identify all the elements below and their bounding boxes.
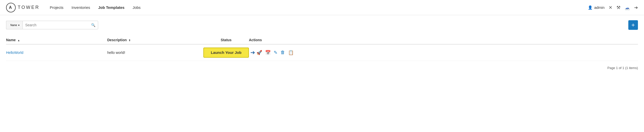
navbar: A TOWER Projects Inventories Job Templat… xyxy=(0,0,644,15)
row-name-link[interactable]: HelloWorld xyxy=(6,51,23,55)
row-description: hello world! xyxy=(107,51,125,55)
sort-desc-icon[interactable]: ⇕ xyxy=(128,39,131,42)
col-header-status: Status xyxy=(203,38,249,42)
monitor-icon[interactable]: 🗻 xyxy=(625,5,630,10)
filter-button[interactable]: Name ▾ xyxy=(6,21,23,29)
user-icon: 👤 xyxy=(588,5,593,10)
callout-arrow: ➔ xyxy=(250,49,255,56)
copy-icon[interactable]: 📋 xyxy=(288,50,294,55)
nav-inventories[interactable]: Inventories xyxy=(72,4,90,11)
row-actions-cell: 🚀 📅 ✎ 🗑 📋 xyxy=(256,50,638,55)
table-row: HelloWorld hello world! Launch Your Job … xyxy=(6,45,638,61)
sort-name-icon[interactable]: ▲ xyxy=(17,39,20,42)
pagination-text: Page 1 of 1 (1 items) xyxy=(607,66,638,70)
settings-wrench-icon[interactable]: ⚒ xyxy=(616,5,620,10)
logout-icon[interactable]: ➔ xyxy=(634,5,638,10)
schedule-icon[interactable]: 📅 xyxy=(265,50,271,55)
col-header-description: Description ⇕ xyxy=(107,38,203,42)
logo-text: TOWER xyxy=(18,5,40,10)
nav-right: 👤 admin ✕︎ ⚒ 🗻 ➔ xyxy=(588,5,638,10)
search-icon[interactable]: 🔍 xyxy=(89,23,98,27)
logo-circle: A xyxy=(6,3,16,12)
row-status-cell: Launch Your Job xyxy=(203,48,249,58)
filter-dropdown-icon: ▾ xyxy=(18,24,19,27)
nav-projects[interactable]: Projects xyxy=(50,4,63,11)
nav-jobs[interactable]: Jobs xyxy=(133,4,141,11)
search-bar: Name ▾ 🔍 + xyxy=(6,20,638,30)
launch-job-icon[interactable]: 🚀 xyxy=(256,50,262,55)
row-name-cell: HelloWorld xyxy=(6,51,107,55)
search-input[interactable] xyxy=(23,21,89,29)
username: admin xyxy=(594,5,605,10)
add-button[interactable]: + xyxy=(628,20,638,30)
nav-job-templates[interactable]: Job Templates xyxy=(98,4,124,11)
edit-icon[interactable]: ✎ xyxy=(274,50,277,55)
col-header-name: Name ▲ xyxy=(6,38,107,42)
pagination: Page 1 of 1 (1 items) xyxy=(6,66,638,70)
launch-callout: Launch Your Job xyxy=(203,48,249,58)
table-header: Name ▲ Description ⇕ Status Actions xyxy=(6,36,638,45)
main-content: Name ▾ 🔍 + Name ▲ Description ⇕ Status A… xyxy=(0,15,644,75)
settings-icon[interactable]: ✕︎ xyxy=(609,5,612,10)
nav-links: Projects Inventories Job Templates Jobs xyxy=(50,4,588,11)
search-input-wrap: 🔍 xyxy=(23,21,98,29)
col-header-actions: Actions xyxy=(249,38,638,42)
filter-label: Name xyxy=(10,24,17,27)
nav-user: 👤 admin xyxy=(588,5,605,10)
row-description-cell: hello world! xyxy=(107,51,203,55)
delete-icon[interactable]: 🗑 xyxy=(281,50,285,55)
logo: A TOWER xyxy=(6,3,40,12)
